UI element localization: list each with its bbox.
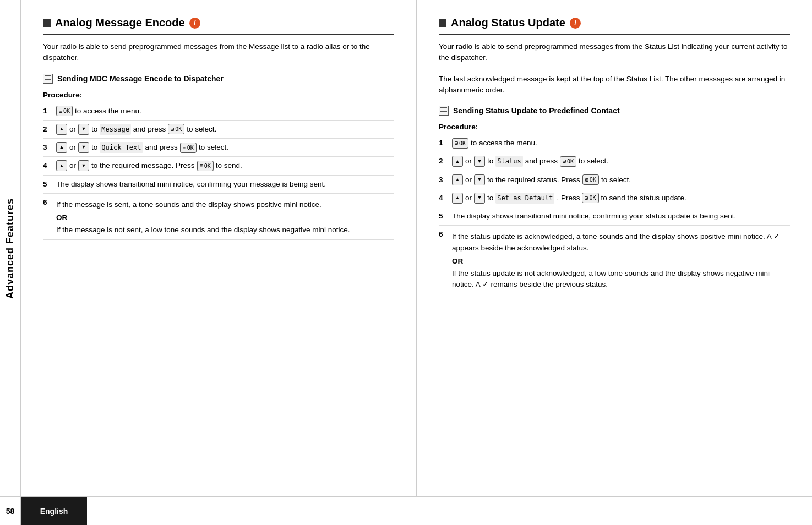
step-content: or to Set as Default . Press ≡OK to send… [452,193,790,204]
left-title-text: Analog Message Encode [55,17,185,29]
arrow-down-icon [474,193,485,204]
left-step-4: 4 or to the required message. Press ≡OK … [43,157,394,175]
subsection-doc-icon-right [439,106,449,116]
page-number: 58 [0,497,21,525]
step-num: 6 [43,197,52,208]
menu-ok-button: ≡OK [180,143,197,153]
left-step-3: 3 or to Quick Text and press ≡OK to sele… [43,139,394,157]
left-section-title: Analog Message Encode i [43,17,394,35]
right-desc2: The last acknowledged message is kept at… [439,74,790,96]
left-step-5: 5 The display shows transitional mini no… [43,176,394,194]
arrow-down-icon [78,160,89,171]
left-steps: 1 ≡OK to access the menu. 2 or to Messag… [43,102,394,240]
arrow-up-icon [452,174,463,185]
menu-dots-icon: ≡ [585,196,588,200]
left-subsection-text: Sending MDC Message Encode to Dispatcher [57,74,224,83]
step-content: The display shows transitional mini noti… [452,211,790,222]
right-step-2: 2 or to Status and press ≡OK to select. [439,152,790,171]
dest-text: Set as Default [495,193,554,204]
info-icon-left: i [189,18,200,29]
right-step-1: 1 ≡OK to access the menu. [439,134,790,152]
step-num: 5 [43,179,52,190]
left-step-6: 6 If the message is sent, a tone sounds … [43,194,394,240]
left-step-2: 2 or to Message and press ≡OK to select. [43,121,394,139]
menu-ok-button: ≡OK [582,193,598,203]
menu-ok-button: ≡OK [452,138,468,149]
menu-ok-button: ≡OK [582,174,599,185]
step-content: or to Quick Text and press ≡OK to select… [56,142,394,153]
menu-dots-icon: ≡ [59,110,62,113]
left-column: Analog Message Encode i Your radio is ab… [21,0,417,496]
step-num: 3 [439,174,448,185]
step-num: 1 [43,106,52,117]
step-content: If the status update is acknowledged, a … [452,229,790,290]
info-icon-right: i [570,18,581,29]
left-desc: Your radio is able to send preprogrammed… [43,41,394,64]
menu-ok-button: ≡OK [168,124,184,134]
menu-ok-button: ≡OK [560,156,576,167]
step-num: 5 [439,211,448,222]
right-step-6: 6 If the status update is acknowledged, … [439,226,790,294]
sidebar-label: Advanced Features [4,198,16,298]
left-subsection-title: Sending MDC Message Encode to Dispatcher [43,74,394,86]
main-content: Advanced Features Analog Message Encode … [0,0,812,496]
arrow-down-icon [78,142,89,153]
menu-dots-icon: ≡ [171,128,174,131]
section-block-icon-right [439,19,446,27]
step-content: or to Status and press ≡OK to select. [452,156,790,167]
step-num: 1 [439,138,448,149]
arrow-up-icon [56,124,67,135]
arrow-down-icon [78,124,89,135]
step-content: or to the required message. Press ≡OK to… [56,160,394,171]
subsection-doc-icon-left [43,74,53,84]
step-num: 6 [439,229,448,240]
arrow-down-icon [474,174,485,185]
step-num: 2 [439,156,448,167]
right-step-4: 4 or to Set as Default . Press ≡OK to se… [439,189,790,207]
step-text: to access the menu. [75,106,141,117]
step-content: The display shows transitional mini noti… [56,179,394,190]
right-desc1: Your radio is able to send preprogrammed… [439,41,790,64]
left-procedure-label: Procedure: [43,91,394,99]
section-block-icon [43,19,51,27]
step-num: 2 [43,124,52,135]
right-step-5: 5 The display shows transitional mini no… [439,207,790,226]
menu-dots-icon: ≡ [563,160,566,163]
dest-text: Message [100,124,131,135]
dest-text: Status [495,156,522,167]
step-content: or to Message and press ≡OK to select. [56,124,394,135]
arrow-up-icon [56,160,67,171]
arrow-up-icon [56,142,67,153]
arrow-up-icon [452,156,463,167]
arrow-up-icon [452,193,463,204]
right-steps: 1 ≡OK to access the menu. 2 or to Status [439,134,790,294]
step-num: 4 [439,193,448,204]
menu-dots-icon: ≡ [455,141,458,145]
step-content: If the message is sent, a tone sounds an… [56,197,394,236]
arrow-down-icon [474,156,485,167]
sidebar: Advanced Features [0,0,21,496]
right-procedure-label: Procedure: [439,123,790,131]
bottom-bar: 58 English [0,496,812,525]
dest-text: Quick Text [100,142,143,153]
right-section-title: Analog Status Update i [439,17,790,35]
right-step-3: 3 or to the required status. Press ≡OK t… [439,171,790,189]
menu-dots-icon: ≡ [183,146,186,149]
language-tab: English [21,497,87,525]
step-num: 4 [43,160,52,171]
step-content: ≡OK to access the menu. [452,138,790,149]
right-title-text: Analog Status Update [451,17,565,29]
menu-dots-icon: ≡ [585,178,588,182]
menu-ok-button: ≡OK [56,106,73,116]
step-content: ≡OK to access the menu. [56,106,394,117]
menu-dots-icon: ≡ [200,164,203,167]
step-content: or to the required status. Press ≡OK to … [452,174,790,185]
columns: Analog Message Encode i Your radio is ab… [21,0,812,496]
menu-ok-button: ≡OK [197,161,214,171]
right-subsection-text: Sending Status Update to Predefined Cont… [453,106,620,115]
left-step-1: 1 ≡OK to access the menu. [43,102,394,121]
right-subsection-title: Sending Status Update to Predefined Cont… [439,106,790,118]
right-column: Analog Status Update i Your radio is abl… [417,0,812,496]
step-num: 3 [43,142,52,153]
